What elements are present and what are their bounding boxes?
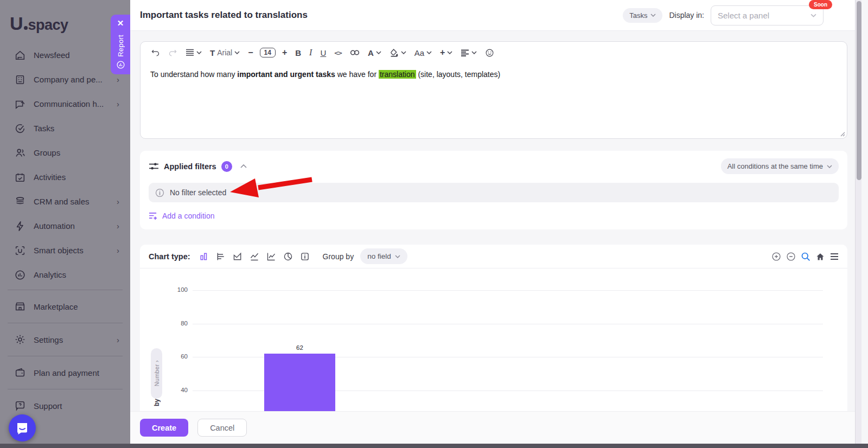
chat-launcher-button[interactable] xyxy=(9,414,36,441)
report-side-tab[interactable]: ✕ Report xyxy=(111,15,130,74)
undo-button[interactable] xyxy=(149,47,162,59)
number-widget-icon[interactable] xyxy=(300,252,310,261)
chevron-down-icon xyxy=(447,51,452,54)
y-axis-label: Number › xyxy=(154,360,160,386)
editor-text: To understand how many xyxy=(150,70,237,79)
y-axis-tick: 40 xyxy=(170,387,188,393)
conditions-mode-selector[interactable]: All conditions at the same time xyxy=(721,158,839,174)
description-editor: T Arial − 14 + B I U <> A xyxy=(140,41,847,139)
menu-icon[interactable] xyxy=(830,253,839,260)
ink-fill-icon xyxy=(390,48,399,57)
font-size-decrease-button[interactable]: − xyxy=(246,46,254,59)
text-case-icon: Aa xyxy=(414,48,424,57)
font-size-increase-button[interactable]: + xyxy=(280,46,289,59)
group-by-label: Group by xyxy=(323,252,354,261)
link-button[interactable] xyxy=(348,48,361,57)
editor-text-area[interactable]: To understand how many important and urg… xyxy=(141,63,847,85)
resize-handle[interactable] xyxy=(839,131,845,137)
chart-toolbar xyxy=(771,252,839,261)
chart-controls-bar: Chart type: Group by no field xyxy=(140,245,847,268)
align-left-icon xyxy=(461,49,469,56)
redo-button[interactable] xyxy=(167,47,179,59)
emoji-button[interactable] xyxy=(483,47,496,59)
chevron-down-icon xyxy=(810,14,816,17)
editor-text: we have for xyxy=(335,70,379,79)
editor-text-highlighted: translation xyxy=(379,70,416,79)
applied-filters-title: Applied filters xyxy=(164,162,216,171)
create-button[interactable]: Create xyxy=(140,419,188,437)
info-icon xyxy=(155,188,164,197)
line-chart-icon[interactable] xyxy=(250,252,259,261)
font-family-button[interactable]: T Arial xyxy=(208,47,241,59)
panel-footer: Create Cancel xyxy=(130,411,861,444)
applied-filters-card: Applied filters 0 All conditions at the … xyxy=(140,151,847,229)
code-button[interactable]: <> xyxy=(333,47,343,59)
chevron-down-icon xyxy=(827,165,832,168)
panel-select-placeholder: Select a panel xyxy=(718,11,810,20)
chevron-down-icon xyxy=(471,51,477,54)
text-color-icon: A xyxy=(368,48,374,57)
line-height-icon xyxy=(186,49,194,56)
pie-chart-icon[interactable] xyxy=(283,252,293,261)
selection-zoom-icon[interactable] xyxy=(801,252,810,261)
filter-sliders-icon xyxy=(149,162,159,171)
entity-selector-chip[interactable]: Tasks xyxy=(623,8,662,23)
chat-bubble-icon xyxy=(15,421,29,435)
y-axis-label-pill[interactable]: Number › xyxy=(151,348,162,399)
entity-selector-value: Tasks xyxy=(629,11,647,20)
filters-header: Applied filters 0 All conditions at the … xyxy=(149,158,839,174)
no-filter-row: No filter selected xyxy=(149,183,839,202)
bar-chart-icon[interactable] xyxy=(216,252,226,261)
line-axis-chart-icon[interactable] xyxy=(266,252,276,261)
text-case-button[interactable]: Aa xyxy=(413,47,433,59)
text-style-icon: T xyxy=(210,48,215,57)
line-height-button[interactable] xyxy=(184,47,203,58)
bar-value-label: 62 xyxy=(264,344,335,351)
y-axis-tick: 60 xyxy=(170,353,188,360)
editor-text-bold: important and urgent tasks xyxy=(237,70,335,79)
align-button[interactable] xyxy=(459,48,478,58)
report-builder-panel: Important tasks related to translations … xyxy=(130,0,861,444)
editor-text: (site, layouts, templates) xyxy=(416,70,501,79)
cancel-button[interactable]: Cancel xyxy=(197,419,247,437)
chevron-down-icon xyxy=(650,14,656,17)
gridline xyxy=(193,290,823,291)
chevron-icon: › xyxy=(154,360,160,362)
vertical-scrollbar[interactable] xyxy=(855,0,861,444)
chevron-down-icon xyxy=(376,51,381,54)
filters-count-badge: 0 xyxy=(221,161,232,172)
scrollbar-thumb[interactable] xyxy=(857,1,861,180)
add-filter-icon xyxy=(149,212,158,220)
chevron-down-icon xyxy=(196,51,202,54)
close-icon[interactable]: ✕ xyxy=(117,19,124,27)
display-in-label: Display in: xyxy=(669,11,704,20)
chevron-up-icon[interactable] xyxy=(240,164,247,168)
text-color-button[interactable]: A xyxy=(366,47,383,59)
italic-button[interactable]: I xyxy=(308,46,314,59)
column-chart-icon[interactable] xyxy=(199,252,209,261)
header-controls: Tasks Display in: Select a panel Soon xyxy=(623,5,824,25)
add-condition-button[interactable]: Add a condition xyxy=(149,212,215,220)
plus-icon: + xyxy=(440,48,445,57)
bold-button[interactable]: B xyxy=(293,47,303,59)
gridline xyxy=(193,324,823,324)
chevron-down-icon xyxy=(401,51,406,54)
area-chart-icon[interactable] xyxy=(233,252,242,261)
panel-select[interactable]: Select a panel Soon xyxy=(711,5,824,25)
highlight-color-button[interactable] xyxy=(388,47,408,59)
editor-toolbar: T Arial − 14 + B I U <> A xyxy=(141,42,847,63)
y-axis-tick: 100 xyxy=(170,286,188,293)
insert-button[interactable]: + xyxy=(438,46,454,59)
group-by-selector[interactable]: no field xyxy=(360,248,407,264)
modal-overlay-bottom-edge xyxy=(0,444,868,448)
link-icon xyxy=(350,49,360,56)
report-analytics-icon xyxy=(116,60,125,69)
font-size-value[interactable]: 14 xyxy=(260,48,276,57)
zoom-out-icon[interactable] xyxy=(786,252,796,261)
zoom-in-icon[interactable] xyxy=(771,252,781,261)
underline-button[interactable]: U xyxy=(318,47,328,59)
home-icon[interactable] xyxy=(815,252,825,261)
page-title: Important tasks related to translations xyxy=(140,10,308,21)
panel-header: Important tasks related to translations … xyxy=(130,0,861,31)
panel-body: T Arial − 14 + B I U <> A xyxy=(130,31,861,444)
